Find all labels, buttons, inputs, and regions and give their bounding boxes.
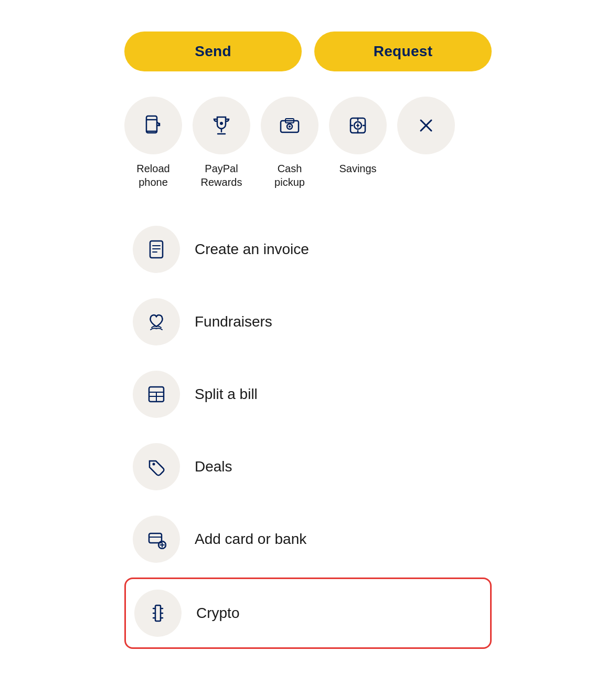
close-circle	[397, 97, 455, 154]
crypto-label: Crypto	[196, 605, 239, 622]
menu-item-fundraisers[interactable]: Fundraisers	[124, 288, 492, 356]
svg-point-9	[289, 125, 291, 128]
add-bank-icon	[146, 529, 166, 549]
paypal-rewards-label: PayPalRewards	[201, 162, 242, 189]
create-invoice-label: Create an invoice	[195, 241, 309, 258]
menu-list: Create an invoice Fundraisers	[124, 215, 492, 649]
add-bank-icon-circle	[133, 516, 180, 563]
invoice-icon-circle	[133, 226, 180, 273]
trophy-icon	[210, 114, 233, 137]
paypal-rewards-circle	[193, 97, 250, 154]
svg-point-28	[153, 463, 155, 466]
quick-action-reload-phone[interactable]: Reloadphone	[124, 97, 182, 189]
quick-action-paypal-rewards[interactable]: PayPalRewards	[193, 97, 250, 189]
fundraisers-label: Fundraisers	[195, 313, 272, 330]
menu-item-deals[interactable]: Deals	[124, 433, 492, 501]
savings-icon	[346, 114, 369, 137]
menu-item-crypto[interactable]: Crypto	[124, 578, 492, 649]
split-bill-label: Split a bill	[195, 386, 258, 403]
fundraisers-icon	[146, 312, 166, 332]
split-bill-icon	[146, 384, 166, 404]
request-button[interactable]: Request	[314, 32, 492, 71]
add-card-bank-label: Add card or bank	[195, 531, 306, 548]
svg-rect-34	[155, 605, 161, 621]
split-bill-icon-circle	[133, 371, 180, 418]
cash-pickup-icon	[278, 114, 301, 137]
crypto-icon-circle	[134, 590, 182, 637]
quick-action-savings[interactable]: Savings	[329, 97, 387, 175]
svg-rect-0	[146, 116, 157, 133]
reload-phone-icon	[142, 114, 165, 137]
quick-action-close[interactable]	[397, 97, 455, 154]
menu-item-create-invoice[interactable]: Create an invoice	[124, 215, 492, 284]
cash-pickup-label: Cashpickup	[274, 162, 305, 189]
quick-action-cash-pickup[interactable]: Cashpickup	[261, 97, 318, 189]
reload-phone-circle	[124, 97, 182, 154]
savings-circle	[329, 97, 387, 154]
send-button[interactable]: Send	[124, 32, 302, 71]
savings-label: Savings	[339, 162, 376, 175]
deals-icon	[146, 457, 166, 477]
quick-actions-row: Reloadphone PayPalRewards	[124, 97, 492, 189]
cash-pickup-circle	[261, 97, 318, 154]
close-icon	[415, 114, 438, 137]
reload-phone-label: Reloadphone	[136, 162, 169, 189]
main-container: Send Request Reloadphone	[124, 32, 492, 662]
svg-point-5	[220, 122, 223, 125]
deals-icon-circle	[133, 443, 180, 490]
invoice-icon	[146, 239, 166, 259]
menu-item-add-card-bank[interactable]: Add card or bank	[124, 505, 492, 573]
crypto-icon	[148, 603, 168, 623]
fundraisers-icon-circle	[133, 298, 180, 345]
action-buttons-row: Send Request	[124, 32, 492, 71]
menu-item-split-bill[interactable]: Split a bill	[124, 360, 492, 428]
deals-label: Deals	[195, 458, 232, 475]
